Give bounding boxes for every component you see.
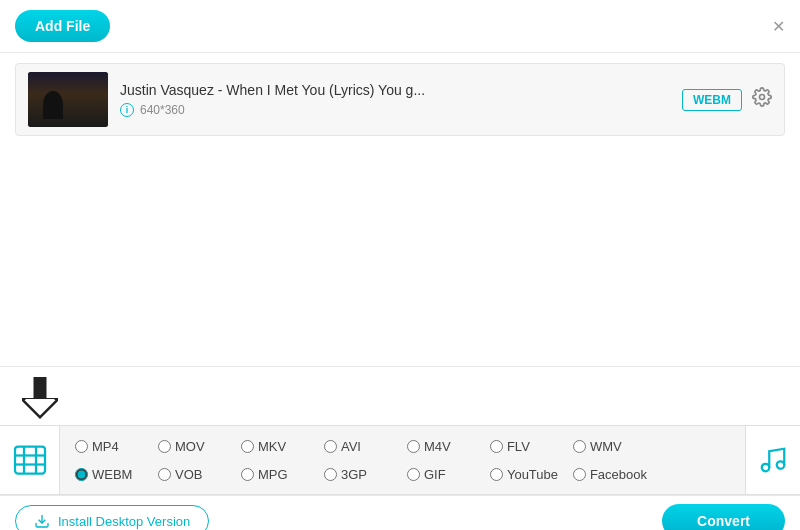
svg-rect-5 — [15, 447, 45, 474]
file-thumbnail — [28, 72, 108, 127]
file-info: Justin Vasquez - When I Met You (Lyrics)… — [120, 82, 682, 117]
svg-rect-1 — [34, 377, 46, 401]
down-arrow-icon — [20, 375, 60, 420]
file-resolution: 640*360 — [140, 103, 185, 117]
format-option-m4v[interactable]: M4V — [402, 436, 485, 457]
format-badge[interactable]: WEBM — [682, 89, 742, 111]
format-option-flv[interactable]: FLV — [485, 436, 568, 457]
settings-icon[interactable] — [752, 87, 772, 112]
install-desktop-button[interactable]: Install Desktop Version — [15, 505, 209, 530]
middle-area — [0, 146, 800, 366]
format-option-webm[interactable]: WEBM — [70, 464, 153, 485]
svg-point-0 — [760, 95, 765, 100]
format-option-3gp[interactable]: 3GP — [319, 464, 402, 485]
info-icon[interactable]: i — [120, 103, 134, 117]
format-option-mpg[interactable]: MPG — [236, 464, 319, 485]
format-option-wmv[interactable]: WMV — [568, 436, 652, 457]
svg-point-11 — [777, 461, 785, 469]
format-option-youtube[interactable]: YouTube — [485, 464, 568, 485]
format-option-mp4[interactable]: MP4 — [70, 436, 153, 457]
format-bar: MP4 MOV MKV AVI M4V FLV WMV — [0, 425, 800, 495]
file-actions: WEBM — [682, 87, 772, 112]
file-meta: i 640*360 — [120, 103, 682, 117]
format-option-mkv[interactable]: MKV — [236, 436, 319, 457]
arrow-section — [0, 366, 800, 425]
format-options-grid: MP4 MOV MKV AVI M4V FLV WMV — [60, 426, 745, 494]
audio-format-icon-box[interactable] — [745, 426, 800, 494]
format-option-avi[interactable]: AVI — [319, 436, 402, 457]
format-option-facebook[interactable]: Facebook — [568, 464, 652, 485]
format-option-gif[interactable]: GIF — [402, 464, 485, 485]
top-bar: Add File ✕ — [0, 0, 800, 53]
format-option-vob[interactable]: VOB — [153, 464, 236, 485]
close-button[interactable]: ✕ — [772, 17, 785, 36]
convert-button[interactable]: Convert — [662, 504, 785, 530]
thumbnail-scene — [28, 72, 108, 127]
bottom-bar: Install Desktop Version Convert — [0, 495, 800, 530]
video-format-icon-box[interactable] — [0, 426, 60, 494]
thumbnail-silhouette — [43, 91, 63, 119]
svg-point-10 — [762, 464, 770, 472]
file-list: Justin Vasquez - When I Met You (Lyrics)… — [0, 53, 800, 146]
file-item: Justin Vasquez - When I Met You (Lyrics)… — [15, 63, 785, 136]
format-option-mov[interactable]: MOV — [153, 436, 236, 457]
add-file-button[interactable]: Add File — [15, 10, 110, 42]
install-label: Install Desktop Version — [58, 514, 190, 529]
download-icon — [34, 513, 50, 529]
file-title: Justin Vasquez - When I Met You (Lyrics)… — [120, 82, 682, 98]
